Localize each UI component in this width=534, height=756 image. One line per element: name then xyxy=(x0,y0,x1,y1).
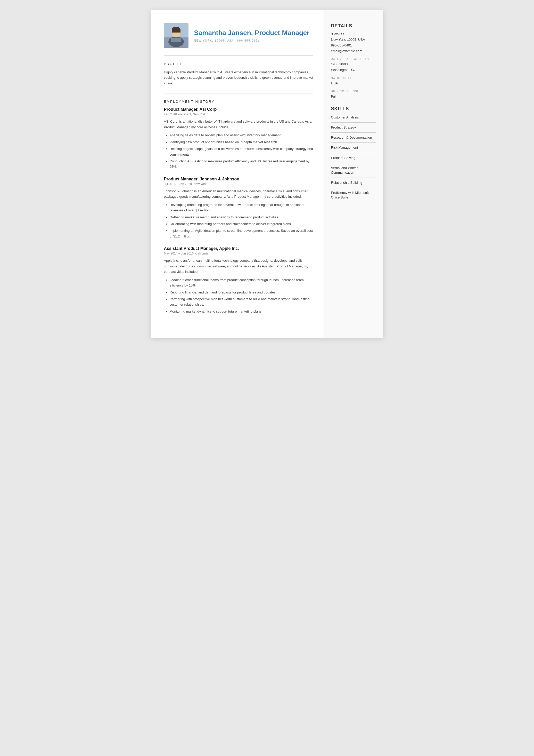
dob-label: DATE / PLACE OF BIRTH xyxy=(331,58,376,60)
phone-number: 890-555-0401 xyxy=(331,43,352,47)
job-2: Product Manager, Johnson & Johnson Jul 2… xyxy=(164,177,313,239)
svg-rect-6 xyxy=(171,38,181,42)
license-label: DRIVING LICENSE xyxy=(331,90,376,93)
svg-rect-5 xyxy=(172,29,181,33)
dob-value: 1985/20/03 Washington D.C. xyxy=(331,62,376,73)
list-item: Leading 5 cross-functional teams from pr… xyxy=(170,277,313,288)
dob: 1985/20/03 xyxy=(331,62,348,66)
job-3-bullets: Leading 5 cross-functional teams from pr… xyxy=(164,277,313,314)
details-section: DETAILS 9 Wall St New York, 10005, USA 8… xyxy=(331,23,376,99)
email: email@example.com xyxy=(331,49,363,53)
skill-product-strategy: Product Strategy xyxy=(331,125,376,133)
skill-customer-analysis: Customer Analysis xyxy=(331,115,376,122)
list-item: Reporting financial and demand forecasts… xyxy=(170,290,313,295)
skill-verbal-written: Verbal and Written Communication xyxy=(331,166,376,178)
list-item: Gathering market research and analytics … xyxy=(170,214,313,220)
license-value: Full xyxy=(331,94,376,99)
list-item: Analyzing sales data to review, plan and… xyxy=(170,132,313,138)
job-1-bullets: Analyzing sales data to review, plan and… xyxy=(164,132,313,170)
profile-section: PROFILE Highly capable Product Manager w… xyxy=(164,62,313,86)
skills-section: SKILLS Customer Analysis Product Strateg… xyxy=(331,106,376,202)
skill-relationship-building: Relationship Building xyxy=(331,180,376,188)
skill-problem-solving: Problem Solving xyxy=(331,156,376,163)
skill-research-documentation: Research & Documentation xyxy=(331,135,376,143)
profile-text: Highly capable Product Manager with 4+ y… xyxy=(164,69,313,86)
list-item: Identifying new product opportunities ba… xyxy=(170,139,313,145)
header: Samantha Jansen, Product Manager NEW YOR… xyxy=(164,23,313,48)
address-line2: New York, 10005, USA xyxy=(331,38,365,41)
list-item: Developing marketing programs for severa… xyxy=(170,202,313,213)
sidebar: DETAILS 9 Wall St New York, 10005, USA 8… xyxy=(324,10,383,338)
job-1-period: Feb 2018 – Present, New York xyxy=(164,113,313,116)
job-3-period: May 2014 – Jun 2016, California xyxy=(164,252,313,255)
address-line1: 9 Wall St xyxy=(331,32,344,36)
list-item: Monitoring market dynamics to support fu… xyxy=(170,309,313,314)
profile-title: PROFILE xyxy=(164,62,313,66)
header-info: Samantha Jansen, Product Manager NEW YOR… xyxy=(194,29,310,42)
nationality-label: NATIONALITY xyxy=(331,77,376,79)
employment-title: EMPLOYMENT HISTORY xyxy=(164,100,313,103)
birthplace: Washington D.C. xyxy=(331,68,356,72)
job-2-title: Product Manager, Johnson & Johnson xyxy=(164,177,313,181)
candidate-location: NEW YORK, 10005, USA · 890-555-0401 xyxy=(194,39,310,42)
job-2-bullets: Developing marketing programs for severa… xyxy=(164,202,313,239)
list-item: Defining project scope, goals, and deliv… xyxy=(170,146,313,157)
job-3: Assistant Product Manager, Apple Inc. Ma… xyxy=(164,246,313,314)
job-3-desc: Apple Inc. is an American multinational … xyxy=(164,258,313,274)
list-item: Implementing an Agile ideation plan to s… xyxy=(170,228,313,239)
list-item: Collaborating with marketing partners an… xyxy=(170,221,313,227)
avatar xyxy=(164,23,189,48)
resume-page: Samantha Jansen, Product Manager NEW YOR… xyxy=(151,10,383,338)
candidate-name: Samantha Jansen, Product Manager xyxy=(194,29,310,37)
skill-risk-management: Risk Management xyxy=(331,145,376,153)
main-column: Samantha Jansen, Product Manager NEW YOR… xyxy=(151,10,324,338)
job-2-desc: Johnson & Johnson is an American multina… xyxy=(164,188,313,200)
list-item: Partnering with prospective high net wor… xyxy=(170,296,313,308)
details-title: DETAILS xyxy=(331,23,376,29)
list-item: Conducting A/B testing to maximize produ… xyxy=(170,158,313,170)
nationality-value: USA xyxy=(331,81,376,86)
job-1: Product Manager, Asi Corp Feb 2018 – Pre… xyxy=(164,107,313,170)
job-1-title: Product Manager, Asi Corp xyxy=(164,107,313,112)
job-1-desc: ASI Corp. is a national distributor of I… xyxy=(164,119,313,130)
employment-section: EMPLOYMENT HISTORY Product Manager, Asi … xyxy=(164,100,313,314)
skill-ms-office: Proficiency with Microsoft Office Suite xyxy=(331,191,376,202)
skills-title: SKILLS xyxy=(331,106,376,112)
job-3-title: Assistant Product Manager, Apple Inc. xyxy=(164,246,313,251)
job-2-period: Jul 2016 – Jan 2018, New York xyxy=(164,182,313,186)
address: 9 Wall St New York, 10005, USA 890-555-0… xyxy=(331,31,376,54)
profile-divider xyxy=(164,93,313,94)
